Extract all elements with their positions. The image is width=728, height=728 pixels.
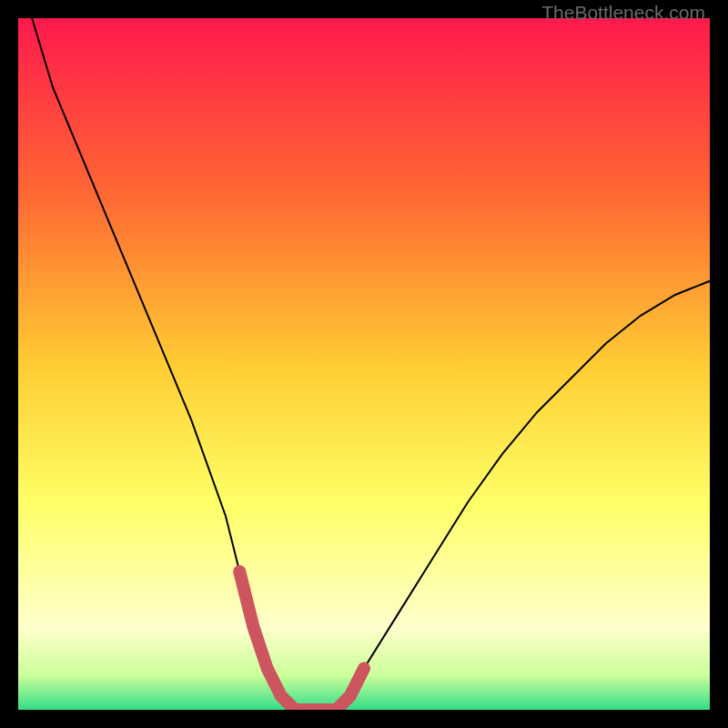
bottleneck-chart: [18, 18, 710, 710]
watermark-text: TheBottleneck.com: [541, 2, 705, 24]
chart-container: [18, 18, 710, 710]
gradient-background: [18, 18, 710, 710]
